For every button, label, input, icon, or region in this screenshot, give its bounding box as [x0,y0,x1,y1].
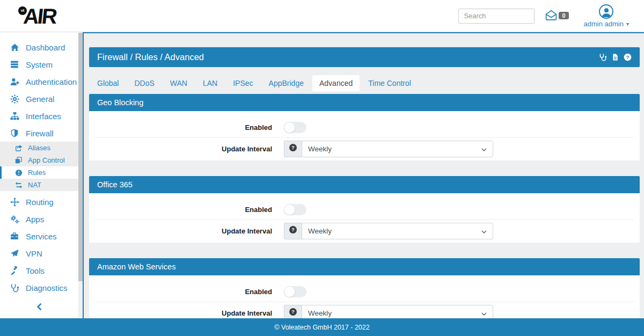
tab-global[interactable]: Global [90,75,126,91]
tab-ipsec[interactable]: IPSec [226,75,260,91]
scrollbar-thumb[interactable] [78,33,83,281]
sitemap-icon [9,112,20,121]
tab-appbridge[interactable]: AppBridge [262,75,311,91]
sidebar-item-dashboard[interactable]: Dashboard [0,39,78,56]
sidebar: Dashboard System Authentication [0,33,78,336]
notifications-button[interactable]: 0 [545,10,568,23]
chevron-left-icon [35,303,43,313]
help-button[interactable]: ? [284,223,302,239]
diagnostics-stethoscope-icon[interactable] [599,53,607,61]
move-arrows-icon [9,198,20,207]
panel-title: Geo Blocking [97,98,143,107]
clone-icon [14,157,23,164]
geo-blocking-panel: Geo Blocking Enabled Update Interval [89,94,640,160]
geo-blocking-update-interval-select[interactable]: Weekly [302,141,493,157]
tab-ddos[interactable]: DDoS [127,75,161,91]
sidebar-item-vpn[interactable]: VPN [0,245,78,262]
gear-icon [9,94,20,104]
svg-text:?: ? [291,227,295,232]
chevron-down-icon [481,309,487,317]
sidebar-item-label: Aliases [28,144,50,152]
stethoscope-icon [9,283,20,293]
tab-time-control[interactable]: Time Control [361,75,418,91]
help-question-circle-icon[interactable]: ? [624,53,632,61]
geo-blocking-enabled-toggle[interactable] [284,122,306,133]
share-icon [14,144,23,152]
tab-lan[interactable]: LAN [196,75,224,91]
sidebar-item-interfaces[interactable]: Interfaces [0,107,78,125]
help-button[interactable]: ? [284,141,302,157]
aws-panel: Amazon Web Services Enabled Update Inter… [89,258,640,325]
svg-text:?: ? [626,55,630,60]
panel-header: Geo Blocking [89,94,640,111]
notification-count-badge: 0 [559,12,568,19]
paper-plane-icon [9,249,20,258]
tab-wan[interactable]: WAN [163,75,194,91]
vtair-logo[interactable]: vt AIR [16,6,56,26]
sidebar-item-label: Dashboard [26,43,65,52]
exclamation-circle-icon [14,169,23,177]
search-input[interactable] [458,9,535,24]
sidebar-item-firewall[interactable]: Firewall [0,125,78,142]
sidebar-item-aliases[interactable]: Aliases [0,142,78,154]
sidebar-item-label: Tools [26,266,45,275]
rules-tab-bar: Global DDoS WAN LAN IPSec AppBridge Adva… [89,75,640,91]
panel-header: Amazon Web Services [89,258,640,275]
shield-icon [9,129,20,137]
sidebar-item-label: General [26,94,54,104]
enabled-label: Enabled [89,288,272,296]
sidebar-scrollbar[interactable] [78,33,83,336]
sidebar-item-general[interactable]: General [0,90,78,107]
user-avatar-icon [599,4,613,19]
sidebar-item-services[interactable]: Services [0,228,78,245]
chevron-down-icon [481,227,487,235]
cogs-icon [9,215,20,224]
panel-title: Office 365 [97,180,133,189]
row-divider [94,220,634,220]
user-menu[interactable]: admin admin ▾ [584,4,629,28]
sidebar-item-label: VPN [26,249,42,258]
office-365-update-interval-select[interactable]: Weekly [302,223,493,239]
office-365-panel: Office 365 Enabled Update Interval [89,176,640,243]
sidebar-item-app-control[interactable]: App Control [0,154,78,166]
page-title-bar: Firewall / Rules / Advanced ? [89,47,640,67]
sidebar-item-label: Apps [26,215,44,224]
sidebar-item-label: App Control [28,156,65,164]
breadcrumb: Firewall / Rules / Advanced [97,52,204,62]
copyright-text: © Voleatech GmbH 2017 - 2022 [274,324,369,331]
sidebar-item-rules[interactable]: Rules [0,166,78,179]
sidebar-item-system[interactable]: System [0,56,78,73]
tab-advanced[interactable]: Advanced [312,75,360,91]
sidebar-item-apps[interactable]: Apps [0,210,78,228]
gavel-icon [9,266,20,275]
briefcase-icon [9,232,20,240]
question-circle-icon: ? [289,308,297,318]
sidebar-item-label: Diagnostics [26,283,68,293]
sidebar-collapse-button[interactable] [0,303,78,313]
aws-enabled-toggle[interactable] [284,286,306,297]
sidebar-item-nat[interactable]: NAT [0,179,78,191]
office-365-enabled-toggle[interactable] [284,204,306,215]
question-circle-icon: ? [289,225,297,236]
svg-text:?: ? [291,144,295,150]
svg-text:?: ? [291,309,295,315]
sidebar-item-label: Routing [26,198,54,207]
select-value: Weekly [308,145,332,153]
question-circle-icon: ? [289,143,297,154]
sidebar-item-routing[interactable]: Routing [0,193,78,210]
sidebar-item-diagnostics[interactable]: Diagnostics [0,279,78,296]
sidebar-item-label: Interfaces [26,112,61,121]
sidebar-item-label: System [26,60,53,69]
enabled-label: Enabled [89,123,272,132]
sidebar-item-label: Firewall [26,129,54,138]
sidebar-item-label: Rules [28,169,46,177]
panel-title: Amazon Web Services [97,262,175,271]
row-divider [94,137,634,138]
sidebar-item-authentication[interactable]: Authentication [0,73,78,90]
topbar-right: 0 admin admin ▾ [458,4,629,28]
server-icon [9,60,20,69]
sidebar-item-tools[interactable]: Tools [0,262,78,279]
main-content: Firewall / Rules / Advanced ? Global DDo… [83,32,644,336]
footer: © Voleatech GmbH 2017 - 2022 [0,318,644,336]
log-file-icon[interactable] [612,53,619,61]
